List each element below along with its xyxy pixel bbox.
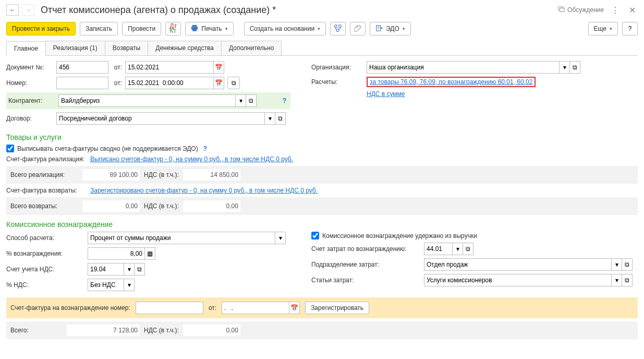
caret-down-icon: ▾ <box>403 26 405 31</box>
total-real-value <box>82 169 140 181</box>
calendar-button[interactable]: 📅 <box>214 77 224 89</box>
tab-cash[interactable]: Денежные средства <box>148 41 222 55</box>
calc-link[interactable]: за товары 76.09, 76.09, по вознаграждени… <box>367 77 536 87</box>
pct-nds-input[interactable] <box>88 279 124 291</box>
sf-ret-link[interactable]: Зарегистрировано счетов-фактур - 0, на с… <box>90 187 318 194</box>
attach-button[interactable] <box>350 22 366 35</box>
cost-account-input[interactable] <box>424 243 453 255</box>
dropdown-button[interactable]: ▾ <box>124 279 135 291</box>
calendar-button[interactable]: 📅 <box>214 61 224 74</box>
write-sf-help[interactable]: ? <box>201 145 209 152</box>
sf-reward-label: Счет-фактура на вознаграждение номер: <box>10 304 130 312</box>
caret-down-icon: ▾ <box>279 234 282 242</box>
caret-down-icon: ▾ <box>318 26 320 31</box>
open-button[interactable]: ⧉ <box>135 263 145 276</box>
close-button[interactable]: ✕ <box>627 5 638 15</box>
nds-label: НДС (в т.ч.): <box>144 171 179 178</box>
caret-down-icon: ▾ <box>225 26 228 31</box>
calendar-icon: 📅 <box>215 79 223 87</box>
tab-main[interactable]: Главное <box>6 41 46 56</box>
counterparty-input[interactable] <box>58 94 236 107</box>
caret-down-icon: ▾ <box>269 115 272 122</box>
caret-down-icon: ▾ <box>128 266 131 273</box>
dropdown-button[interactable]: ▾ <box>236 94 246 107</box>
structure-button[interactable] <box>330 22 346 35</box>
sf-reward-date-input[interactable] <box>222 302 289 314</box>
write-sf-checkbox[interactable] <box>6 145 14 152</box>
pct-reward-input[interactable] <box>88 247 145 260</box>
nds-label-2: НДС (в т.ч.): <box>144 202 179 210</box>
open-button[interactable]: ⧉ <box>463 243 473 255</box>
nds-account-label: Счет учета НДС: <box>6 266 84 273</box>
number-input[interactable] <box>56 77 108 89</box>
svg-rect-2 <box>192 25 197 27</box>
edo-icon <box>375 25 383 33</box>
svg-rect-4 <box>193 28 197 30</box>
counterparty-help[interactable]: ? <box>281 97 288 104</box>
print-button[interactable]: Печать ▾ <box>185 22 233 35</box>
org-input[interactable] <box>367 61 560 74</box>
nds-label-3: НДС (в т.ч.): <box>144 327 179 334</box>
numdate-expand-button[interactable]: ⧉ <box>227 77 240 89</box>
dropdown-button[interactable]: ▾ <box>124 263 135 276</box>
post-and-close-button[interactable]: Провести и закрыть <box>6 22 76 35</box>
write-button[interactable]: Записать <box>80 22 118 35</box>
register-button[interactable]: Зарегистрировать <box>305 302 369 314</box>
calendar-button[interactable]: 📅 <box>289 302 300 314</box>
open-button[interactable]: ⧉ <box>275 112 286 125</box>
page-title: Отчет комиссионера (агента) о продажах (… <box>41 5 555 16</box>
cost-dept-label: Подразделение затрат: <box>311 261 421 268</box>
tab-returns[interactable]: Возвраты <box>105 41 149 55</box>
cost-item-input[interactable] <box>424 274 612 286</box>
more-button[interactable]: Еще ▾ <box>588 22 618 35</box>
calendar-icon: 📅 <box>215 64 223 71</box>
calc-method-label: Способ расчета: <box>6 234 84 242</box>
calendar-icon: 📅 <box>290 304 298 312</box>
create-based-button[interactable]: Создать на основании ▾ <box>244 22 326 35</box>
sf-real-link[interactable]: Выписано счетов-фактур - 0, на сумму 0 р… <box>90 155 293 163</box>
dropdown-button[interactable]: ▾ <box>275 232 286 244</box>
from-label-2: от: <box>112 79 122 87</box>
dropdown-button[interactable]: ▾ <box>560 61 570 74</box>
paperclip-icon <box>354 25 361 33</box>
calculator-button[interactable]: ▦ <box>145 247 155 260</box>
open-icon: ⧉ <box>137 266 142 273</box>
open-button[interactable]: ⧉ <box>622 258 633 271</box>
svg-rect-5 <box>335 25 337 27</box>
docdate-input[interactable] <box>125 61 214 74</box>
sf-ret-label: Счет-фактура возвраты: <box>6 187 87 194</box>
tab-extra[interactable]: Дополнительно <box>221 41 282 55</box>
caret-down-icon: ▾ <box>610 26 612 31</box>
numdate-input[interactable] <box>125 77 214 89</box>
help-button[interactable]: ? <box>622 22 638 35</box>
open-button[interactable]: ⧉ <box>622 274 633 286</box>
tab-realization[interactable]: Реализация (1) <box>45 41 105 55</box>
docno-input[interactable] <box>56 61 108 74</box>
open-button[interactable]: ⧉ <box>246 94 257 107</box>
number-label: Номер: <box>6 79 53 87</box>
dropdown-button[interactable]: ▾ <box>265 112 275 125</box>
nav-back-button[interactable]: ← <box>6 4 19 16</box>
commission-held-checkbox[interactable] <box>311 232 319 240</box>
calculator-icon: ▦ <box>147 250 153 257</box>
open-button[interactable]: ⧉ <box>570 61 580 74</box>
tab-bar: Главное Реализация (1) Возвраты Денежные… <box>6 41 638 56</box>
calc-method-input[interactable] <box>88 232 275 244</box>
sf-reward-number-input[interactable] <box>136 302 203 314</box>
dropdown-button[interactable]: ▾ <box>612 258 622 271</box>
edo-button[interactable]: ЭДО ▾ <box>370 22 411 35</box>
discuss-button[interactable]: Обсуждение <box>558 6 604 15</box>
kebab-menu[interactable]: ⋮ <box>609 5 622 15</box>
contract-input[interactable] <box>56 112 265 125</box>
total-real-label: Всего реализация: <box>10 171 78 178</box>
post-button[interactable]: Провести <box>122 22 161 35</box>
caret-down-icon: ▾ <box>615 277 618 284</box>
nds-in-sum-link[interactable]: НДС в сумме <box>367 90 405 98</box>
nds-account-input[interactable] <box>88 263 124 276</box>
dropdown-button[interactable]: ▾ <box>453 243 463 255</box>
total-ret-value <box>82 200 140 212</box>
total-ret-label: Всего возвраты: <box>10 202 78 210</box>
dtct-button[interactable]: ДтКт <box>165 22 181 35</box>
cost-dept-input[interactable] <box>424 258 612 271</box>
dropdown-button[interactable]: ▾ <box>612 274 622 286</box>
